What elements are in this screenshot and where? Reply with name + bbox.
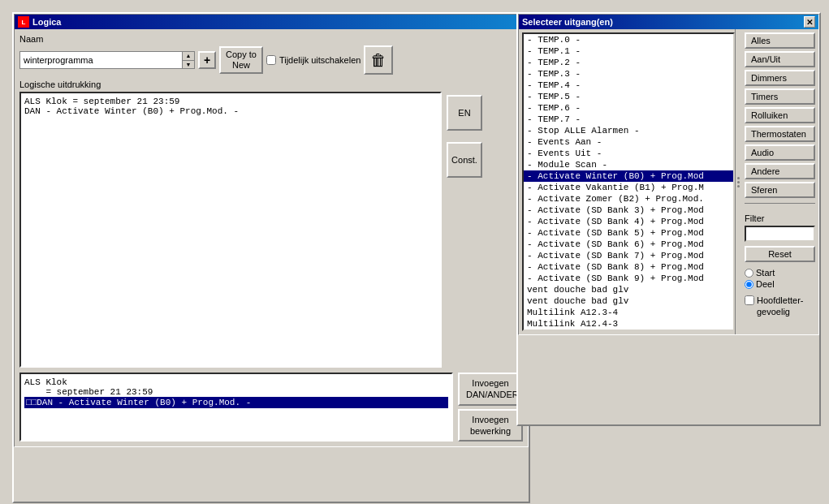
reset-button[interactable]: Reset [745,246,815,262]
hoofdletter-group: Hoofdletter- gevoelig [745,295,815,318]
list-item[interactable]: - TEMP.3 - [524,68,733,80]
logica-window: L Logica Naam ▲ ▼ + Copy to New Tijdelij… [12,12,530,503]
trash-button[interactable]: 🗑 [364,45,393,75]
cat-thermostaten[interactable]: Thermostaten [745,126,815,142]
list-item[interactable]: - Activate (SD Bank 8) + Prog.Mod [524,261,733,273]
drag-handle[interactable] [735,29,741,334]
selecteer-close-button[interactable]: ✕ [804,16,815,28]
radio-start[interactable] [745,269,753,278]
category-panel: Alles Aan/Uit Dimmers Timers Rolluiken T… [741,29,818,334]
add-button[interactable]: + [198,51,216,69]
logica-icon: L [18,16,29,28]
list-item[interactable]: - Events Uit - [524,148,733,159]
hoofdletter-checkbox[interactable] [745,295,754,305]
list-item[interactable]: - Activate (SD Bank 3) + Prog.Mod [524,205,733,216]
radio-group: Start Deel [745,268,815,289]
uitgang-list[interactable]: - TEMP.0 -- TEMP.1 -- TEMP.2 -- TEMP.3 -… [522,32,735,331]
list-item[interactable]: - Activate (SD Bank 9) + Prog.Mod [524,273,733,284]
list-item[interactable]: - Events Aan - [524,136,733,148]
preview-line-2: = september 21 23:59 [24,387,448,397]
logische-label: Logische uitdrukking [19,80,523,89]
hoofdletter-label: Hoofdletter- gevoelig [757,295,803,318]
preview-line-1: ALS Klok [24,377,448,387]
logica-title: Logica [32,17,61,27]
list-item[interactable]: - Activate (SD Bank 4) + Prog.Mod [524,216,733,227]
list-item[interactable]: - Activate Zomer (B2) + Prog.Mod. [524,193,733,205]
const-button[interactable]: Const. [447,142,482,178]
list-item[interactable]: - Activate Winter (B0) + Prog.Mod [524,170,733,182]
side-buttons: Invoegen DAN/ANDERS Invoegen bewerking [458,373,523,442]
list-item[interactable]: - Stop ALLE Alarmen - [524,125,733,136]
list-item[interactable]: vent douche bad glv [524,284,733,295]
filter-input[interactable] [745,226,815,242]
list-item[interactable]: - TEMP.5 - [524,91,733,102]
cat-alles[interactable]: Alles [745,32,815,49]
naam-input[interactable] [19,51,182,69]
cat-aanuit[interactable]: Aan/Uit [745,51,815,67]
list-item[interactable]: - Activate (SD Bank 6) + Prog.Mod [524,239,733,250]
preview-selected-line: □□DAN - Activate Winter (B0) + Prog.Mod.… [24,397,448,408]
invoegen-bewerking-button[interactable]: Invoegen bewerking [458,409,523,442]
tijdelijk-row: Tijdelijk uitschakelen [266,55,361,65]
list-item[interactable]: - TEMP.6 - [524,102,733,114]
naam-arrow-down[interactable]: ▼ [183,61,194,69]
cat-andere[interactable]: Andere [745,163,815,179]
list-item[interactable]: - TEMP.2 - [524,57,733,68]
selecteer-window: Selecteer uitgang(en) ✕ - TEMP.0 -- TEMP… [516,12,821,426]
selecteer-title: Selecteer uitgang(en) [522,17,613,27]
list-item[interactable]: vent douche bad glv [524,295,733,307]
preview-box[interactable]: ALS Klok = september 21 23:59 □□DAN - Ac… [19,373,453,442]
copy-to-new-button[interactable]: Copy to New [219,46,263,74]
list-item[interactable]: - TEMP.7 - [524,114,733,125]
list-item[interactable]: - Activate (SD Bank 5) + Prog.Mod [524,227,733,239]
selecteer-title-bar: Selecteer uitgang(en) ✕ [519,15,818,29]
list-item[interactable]: - TEMP.1 - [524,45,733,57]
radio-start-label: Start [756,268,775,278]
cat-audio[interactable]: Audio [745,144,815,161]
cat-timers[interactable]: Timers [745,88,815,105]
expression-box[interactable]: ALS Klok = september 21 23:59 DAN - Acti… [19,92,442,368]
logica-title-bar: L Logica [15,15,528,29]
cat-sferen[interactable]: Sferen [745,182,815,198]
invoegen-dan-button[interactable]: Invoegen DAN/ANDERS [458,373,523,406]
list-item[interactable]: - TEMP.0 - [524,34,733,45]
naam-combo: ▲ ▼ [19,51,195,69]
expr-line-1: ALS Klok = september 21 23:59 [24,97,437,106]
filter-label: Filter [745,213,815,223]
list-item[interactable]: Multilink A12.3-4 [524,307,733,318]
expr-line-2: DAN - Activate Winter (B0) + Prog.Mod. - [24,106,437,116]
tijdelijk-checkbox[interactable] [266,55,276,65]
list-item[interactable]: Multilink A12.4-3 [524,318,733,330]
cat-dimmers[interactable]: Dimmers [745,70,815,86]
list-item[interactable]: - Activate (SD Bank 7) + Prog.Mod [524,250,733,261]
list-item[interactable]: - TEMP.4 - [524,80,733,91]
list-item[interactable]: - Activate Vakantie (B1) + Prog.M [524,182,733,193]
radio-deel-label: Deel [756,279,775,289]
list-item[interactable]: - Module Scan - [524,159,733,170]
en-button[interactable]: EN [447,95,482,131]
cat-rolluiken[interactable]: Rolluiken [745,107,815,123]
naam-label: Naam [19,34,523,44]
naam-arrows: ▲ ▼ [182,51,195,69]
tijdelijk-label: Tijdelijk uitschakelen [279,55,361,65]
radio-deel[interactable] [745,280,753,289]
naam-arrow-up[interactable]: ▲ [183,52,194,61]
